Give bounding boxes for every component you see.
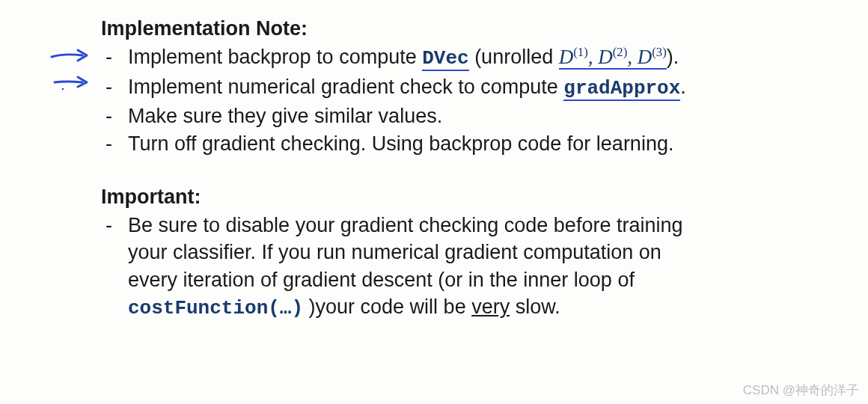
text-fragment: ). <box>667 46 679 68</box>
bullet-text: Implement backprop to compute DVec (unro… <box>128 43 846 72</box>
code-gradapprox: gradApprox <box>563 77 680 101</box>
bullet-dash: - <box>101 43 128 70</box>
list-item: - Make sure they give similar values. <box>101 102 846 129</box>
text-fragment: (unrolled <box>469 46 559 68</box>
math-var: D <box>598 46 613 68</box>
math-var: D <box>559 46 574 68</box>
text-line: every iteration of gradient descent (or … <box>128 269 635 291</box>
arrow-annotation-2 <box>52 74 93 92</box>
text-fragment: slow. <box>510 296 560 318</box>
bullet-dash: - <box>101 212 128 239</box>
bullet-text: Make sure they give similar values. <box>128 102 846 129</box>
math-d-series: D(1), D(2), D(3) <box>559 46 667 69</box>
text-fragment: Implement backprop to compute <box>128 46 422 68</box>
emphasized-very: very <box>471 296 510 318</box>
text-fragment: )your code will be <box>303 296 471 318</box>
bullet-dash: - <box>101 130 128 157</box>
text-fragment: . <box>680 76 686 98</box>
bullet-text: Turn off gradient checking. Using backpr… <box>128 130 846 157</box>
arrow-annotation-1 <box>49 47 93 64</box>
math-comma: , <box>627 46 638 68</box>
math-sup: (2) <box>613 45 628 59</box>
bullet-dash: - <box>101 73 128 100</box>
code-costfunction: costFunction(…) <box>128 297 303 319</box>
math-var: D <box>638 46 652 68</box>
code-dvec: DVec <box>422 47 468 71</box>
math-sup: (1) <box>573 45 588 59</box>
list-item: - Be sure to disable your gradient check… <box>101 212 846 322</box>
bullet-text: Implement numerical gradient check to co… <box>128 73 846 102</box>
bullet-dash: - <box>101 102 128 129</box>
math-comma: , <box>588 46 599 68</box>
bullet-text: Be sure to disable your gradient checkin… <box>128 212 846 322</box>
important-heading: Important: <box>101 183 846 210</box>
text-line: your classifier. If you run numerical gr… <box>128 241 661 263</box>
svg-point-0 <box>62 88 64 91</box>
list-item: - Implement numerical gradient check to … <box>101 73 846 102</box>
text-fragment: Implement numerical gradient check to co… <box>128 76 563 98</box>
list-item: - Turn off gradient checking. Using back… <box>101 130 846 157</box>
watermark: CSDN @神奇的洋子 <box>743 382 859 400</box>
text-line: Be sure to disable your gradient checkin… <box>128 214 682 236</box>
implementation-note-heading: Implementation Note: <box>101 15 846 42</box>
math-sup: (3) <box>652 45 667 59</box>
list-item: - Implement backprop to compute DVec (un… <box>101 43 846 72</box>
